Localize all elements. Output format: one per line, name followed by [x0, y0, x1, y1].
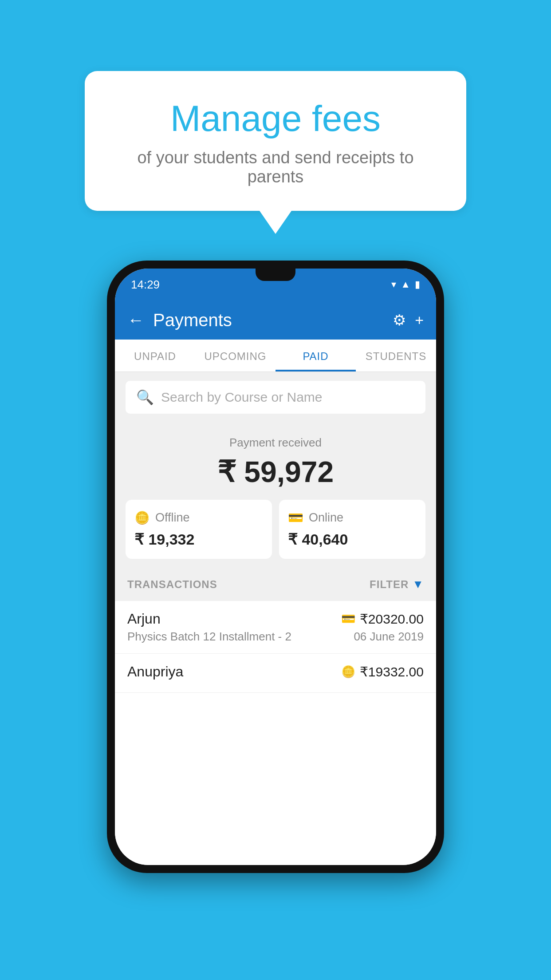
transaction-row-top: Anupriya 🪙 ₹19332.00	[127, 664, 424, 680]
transaction-amount-wrapper: 🪙 ₹19332.00	[341, 664, 424, 680]
search-bar-wrapper: 🔍 Search by Course or Name	[115, 372, 436, 423]
status-bar: 14:29 ▾ ▲ ▮	[115, 269, 436, 300]
payment-total-amount: ₹ 59,972	[126, 455, 425, 489]
status-icons: ▾ ▲ ▮	[391, 279, 420, 290]
battery-icon: ▮	[415, 279, 420, 290]
payment-received-label: Payment received	[126, 436, 425, 450]
speech-bubble: Manage fees of your students and send re…	[85, 71, 466, 211]
online-icon: 💳	[288, 510, 303, 525]
transaction-date: 06 June 2019	[354, 630, 424, 644]
tab-paid[interactable]: PAID	[276, 340, 356, 371]
back-button[interactable]: ←	[127, 311, 144, 330]
transaction-name: Anupriya	[127, 664, 183, 680]
wifi-icon: ▾	[391, 279, 396, 290]
offline-card: 🪙 Offline ₹ 19,332	[126, 500, 272, 559]
transactions-header: TRANSACTIONS FILTER ▼	[115, 568, 436, 601]
signal-icon: ▲	[401, 279, 410, 290]
phone-notch	[256, 269, 295, 281]
online-label: Online	[309, 511, 343, 525]
payment-type-icon: 🪙	[341, 665, 355, 679]
transaction-amount-wrapper: 💳 ₹20320.00	[341, 611, 424, 627]
offline-card-header: 🪙 Offline	[134, 510, 190, 525]
phone-screen: 14:29 ▾ ▲ ▮ ← Payments ⚙ + UNPAID UPCOMI…	[115, 269, 436, 865]
payment-cards: 🪙 Offline ₹ 19,332 💳 Online ₹ 40,640	[126, 500, 425, 559]
transactions-label: TRANSACTIONS	[127, 578, 217, 591]
tab-students[interactable]: STUDENTS	[356, 340, 436, 371]
table-row[interactable]: Anupriya 🪙 ₹19332.00	[115, 654, 436, 693]
table-row[interactable]: Arjun 💳 ₹20320.00 Physics Batch 12 Insta…	[115, 601, 436, 654]
online-card-header: 💳 Online	[288, 510, 343, 525]
tabs-bar: UNPAID UPCOMING PAID STUDENTS	[115, 340, 436, 372]
transaction-row-bottom: Physics Batch 12 Installment - 2 06 June…	[127, 630, 424, 644]
phone: 14:29 ▾ ▲ ▮ ← Payments ⚙ + UNPAID UPCOMI…	[107, 261, 444, 873]
offline-label: Offline	[155, 511, 190, 525]
online-amount: ₹ 40,640	[288, 530, 348, 548]
settings-icon[interactable]: ⚙	[393, 311, 406, 329]
add-button[interactable]: +	[415, 312, 424, 329]
payment-summary: Payment received ₹ 59,972 🪙 Offline ₹ 19…	[115, 423, 436, 568]
speech-bubble-wrapper: Manage fees of your students and send re…	[85, 71, 466, 234]
offline-amount: ₹ 19,332	[134, 530, 194, 548]
page-title: Payments	[153, 310, 384, 330]
search-input[interactable]: Search by Course or Name	[161, 390, 323, 405]
speech-bubble-tail	[260, 211, 291, 234]
tab-unpaid[interactable]: UNPAID	[115, 340, 195, 371]
online-card: 💳 Online ₹ 40,640	[279, 500, 425, 559]
search-bar[interactable]: 🔍 Search by Course or Name	[126, 381, 425, 414]
offline-icon: 🪙	[134, 510, 150, 525]
speech-bubble-title: Manage fees	[116, 98, 435, 139]
transaction-amount: ₹19332.00	[360, 664, 424, 680]
filter-label: FILTER	[370, 578, 409, 591]
transaction-name: Arjun	[127, 611, 161, 627]
payment-type-icon: 💳	[341, 612, 355, 626]
transaction-list: Arjun 💳 ₹20320.00 Physics Batch 12 Insta…	[115, 601, 436, 865]
tab-upcoming[interactable]: UPCOMING	[195, 340, 276, 371]
filter-button[interactable]: FILTER ▼	[370, 577, 424, 591]
status-time: 14:29	[131, 278, 160, 292]
transaction-course: Physics Batch 12 Installment - 2	[127, 630, 291, 644]
app-header: ← Payments ⚙ +	[115, 300, 436, 340]
filter-icon: ▼	[412, 577, 424, 591]
search-icon: 🔍	[136, 389, 154, 406]
transaction-row-top: Arjun 💳 ₹20320.00	[127, 611, 424, 627]
transaction-amount: ₹20320.00	[360, 611, 424, 627]
speech-bubble-subtitle: of your students and send receipts to pa…	[116, 148, 435, 186]
